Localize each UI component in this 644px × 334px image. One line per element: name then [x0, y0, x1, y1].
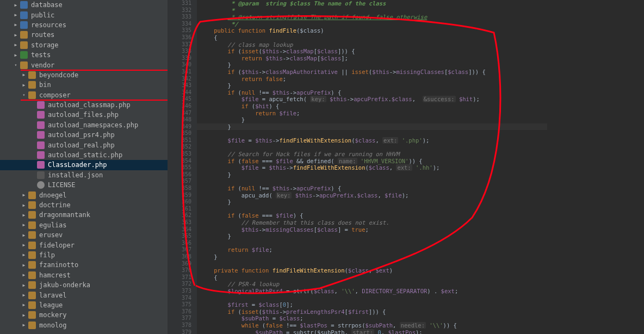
- expand-arrow-icon[interactable]: ▶: [22, 252, 26, 257]
- expand-arrow-icon[interactable]: [30, 143, 35, 147]
- folder-icon: [28, 211, 36, 219]
- tree-row-beyondcode[interactable]: ▶beyondcode: [0, 70, 168, 80]
- folder-icon: [28, 311, 36, 319]
- tree-row-autoload-psr4-php[interactable]: autoload_psr4.php: [0, 130, 168, 140]
- tree-row-league[interactable]: ▶league: [0, 300, 168, 310]
- php-icon: [37, 101, 45, 109]
- expand-arrow-icon[interactable]: ▾: [14, 63, 18, 67]
- tree-row-autoload-classmap-php[interactable]: autoload_classmap.php: [0, 100, 168, 110]
- expand-arrow-icon[interactable]: [30, 122, 35, 127]
- expand-arrow-icon[interactable]: ▶: [14, 33, 18, 38]
- tree-row-composer[interactable]: ▾composer: [0, 90, 168, 100]
- expand-arrow-icon[interactable]: ▶: [22, 293, 26, 298]
- folder-blue-icon: [20, 11, 28, 19]
- expand-arrow-icon[interactable]: ▶: [22, 313, 26, 318]
- folder-icon: [28, 281, 36, 289]
- folder-icon: [28, 191, 36, 199]
- expand-arrow-icon[interactable]: ▶: [22, 83, 26, 88]
- tree-label: laravel: [39, 292, 67, 299]
- tree-label: dnoegel: [39, 191, 67, 199]
- tree-label: storage: [31, 41, 59, 49]
- php-icon: [37, 111, 45, 119]
- tree-label: monolog: [39, 321, 67, 329]
- tree-row-resources[interactable]: ▶resources: [0, 20, 168, 30]
- tree-label: erusev: [39, 231, 63, 239]
- tree-label: public: [31, 11, 54, 19]
- tree-row-fideloper[interactable]: ▶fideloper: [0, 240, 168, 250]
- tree-row-hamcrest[interactable]: ▶hamcrest: [0, 270, 168, 280]
- tree-row-erusev[interactable]: ▶erusev: [0, 230, 168, 240]
- tree-label: bin: [39, 81, 51, 89]
- tree-label: resources: [31, 21, 66, 29]
- expand-arrow-icon[interactable]: ▶: [22, 193, 26, 197]
- folder-icon: [20, 61, 28, 69]
- folder-icon: [28, 221, 36, 229]
- expand-arrow-icon[interactable]: [30, 153, 35, 158]
- tree-label: egulias: [39, 221, 67, 229]
- tree-row-egulias[interactable]: ▶egulias: [0, 220, 168, 230]
- tree-row-monolog[interactable]: ▶monolog: [0, 320, 168, 330]
- folder-icon: [28, 292, 36, 299]
- tree-row-vendor[interactable]: ▾vendor: [0, 60, 168, 70]
- tree-row-laravel[interactable]: ▶laravel: [0, 290, 168, 300]
- tree-row-database[interactable]: ▶database: [0, 0, 168, 10]
- tree-row-mockery[interactable]: ▶mockery: [0, 310, 168, 320]
- expand-arrow-icon[interactable]: ▶: [22, 213, 26, 218]
- expand-arrow-icon[interactable]: ▶: [22, 283, 26, 288]
- tree-row-autoload-files-php[interactable]: autoload_files.php: [0, 110, 168, 120]
- folder-icon: [28, 201, 36, 209]
- expand-arrow-icon[interactable]: ▶: [22, 72, 26, 77]
- tree-row-bin[interactable]: ▶bin: [0, 80, 168, 90]
- expand-arrow-icon[interactable]: ▶: [22, 203, 26, 208]
- code-editor[interactable]: 331 332 333 334 335 336 337 338 339 340 …: [168, 0, 547, 334]
- tree-row-tests[interactable]: ▶tests: [0, 50, 168, 60]
- tree-row-installed-json[interactable]: installed.json: [0, 170, 168, 180]
- folder-icon: [28, 271, 36, 279]
- tree-row-routes[interactable]: ▶routes: [0, 30, 168, 40]
- expand-arrow-icon[interactable]: ▶: [14, 3, 18, 8]
- folder-icon: [28, 91, 36, 99]
- expand-arrow-icon[interactable]: [30, 183, 35, 188]
- expand-arrow-icon[interactable]: ▶: [22, 323, 26, 327]
- tree-row-dnoegel[interactable]: ▶dnoegel: [0, 190, 168, 200]
- json-icon: [37, 171, 45, 179]
- expand-arrow-icon[interactable]: ▶: [22, 302, 26, 307]
- tree-label: doctrine: [39, 201, 71, 209]
- tree-row-autoload-static-php[interactable]: autoload_static.php: [0, 150, 168, 160]
- expand-arrow-icon[interactable]: ▶: [14, 22, 18, 27]
- expand-arrow-icon[interactable]: [30, 163, 35, 168]
- folder-icon: [20, 31, 28, 39]
- tree-row-classloader-php[interactable]: ClassLoader.php: [0, 160, 168, 170]
- expand-arrow-icon[interactable]: ▶: [22, 273, 26, 277]
- folder-green-icon: [20, 51, 28, 59]
- expand-arrow-icon[interactable]: ▶: [14, 53, 18, 58]
- expand-arrow-icon[interactable]: ▶: [22, 243, 26, 248]
- tree-row-jakub-onderka[interactable]: ▶jakub-onderka: [0, 280, 168, 290]
- expand-arrow-icon[interactable]: ▶: [22, 263, 26, 268]
- code-area[interactable]: * @param string $class The name of the c…: [197, 0, 547, 334]
- tree-label: autoload_files.php: [48, 111, 119, 119]
- tree-label: hamcrest: [39, 271, 71, 279]
- expand-arrow-icon[interactable]: [30, 172, 35, 177]
- tree-row-fzaninotto[interactable]: ▶fzaninotto: [0, 260, 168, 270]
- tree-row-filp[interactable]: ▶filp: [0, 250, 168, 260]
- tree-row-dragonmantank[interactable]: ▶dragonmantank: [0, 210, 168, 220]
- expand-arrow-icon[interactable]: ▶: [14, 42, 18, 47]
- tree-row-autoload-namespaces-php[interactable]: autoload_namespaces.php: [0, 120, 168, 130]
- tree-row-doctrine[interactable]: ▶doctrine: [0, 200, 168, 210]
- tree-row-storage[interactable]: ▶storage: [0, 40, 168, 50]
- expand-arrow-icon[interactable]: ▶: [22, 233, 26, 238]
- expand-arrow-icon[interactable]: [30, 133, 35, 138]
- project-tree[interactable]: ▶database▶public▶resources▶routes▶storag…: [0, 0, 168, 334]
- folder-icon: [28, 321, 36, 329]
- expand-arrow-icon[interactable]: [30, 103, 35, 108]
- php-icon: [37, 131, 45, 139]
- tree-row-license[interactable]: LICENSE: [0, 180, 168, 190]
- expand-arrow-icon[interactable]: ▶: [22, 222, 26, 227]
- expand-arrow-icon[interactable]: [30, 113, 35, 117]
- expand-arrow-icon[interactable]: ▶: [14, 13, 18, 17]
- folder-icon: [28, 251, 36, 259]
- tree-row-autoload-real-php[interactable]: autoload_real.php: [0, 140, 168, 150]
- tree-row-public[interactable]: ▶public: [0, 10, 168, 20]
- expand-arrow-icon[interactable]: ▾: [22, 92, 26, 97]
